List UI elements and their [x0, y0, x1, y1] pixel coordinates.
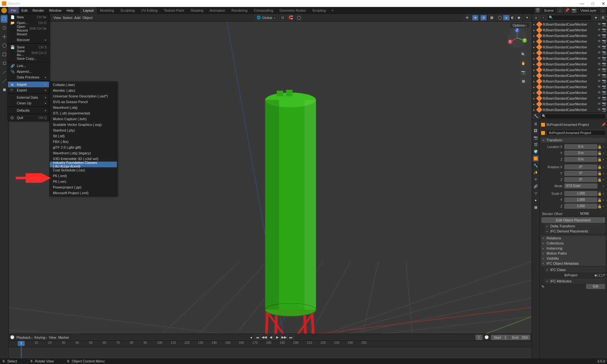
scene-new-button[interactable]: □ [557, 8, 563, 13]
ifc-edit-icon[interactable]: ✎ [541, 285, 544, 289]
scale-z[interactable]: 1.000 [564, 204, 598, 209]
file-menu-item[interactable]: Defaults [8, 108, 49, 113]
file-menu-item[interactable]: Open RecentShift Ctrl O [8, 26, 49, 31]
tab-compositing[interactable]: Compositing [251, 7, 276, 14]
viewlayer-new-button[interactable]: □ [600, 8, 606, 13]
proptab-material[interactable]: ● [533, 197, 539, 203]
end-frame-field[interactable]: End 250 [509, 335, 530, 340]
scale-y[interactable]: 1.000 [564, 197, 598, 202]
scene-name-field[interactable]: Scene [542, 8, 556, 13]
jump-end-button[interactable]: ⏭ [288, 335, 294, 340]
xray-button[interactable]: ▦ [489, 15, 495, 21]
shading-options[interactable]: ▾ [524, 15, 530, 21]
rot-x[interactable]: 0° [564, 164, 598, 170]
ifc-class-btn3[interactable]: ▢ [599, 273, 602, 277]
timeline-view-menu[interactable]: View [49, 336, 56, 339]
timeline-editor-type[interactable]: 🕐 [10, 335, 15, 339]
props-search[interactable]: 🔍 [540, 114, 606, 119]
edit-object-placement-button[interactable]: Edit Object Placement [541, 217, 605, 223]
import-menu-item[interactable]: Collada (.dae) [50, 82, 117, 88]
outliner-row[interactable]: ▸IfcBeamStandardCase/Member👁📷 [532, 96, 607, 101]
tool-move[interactable] [1, 33, 8, 40]
outliner-row[interactable]: ▸IfcBeamStandardCase/Member👁📷 [532, 50, 607, 56]
file-menu-item[interactable]: 📎Append... [8, 69, 49, 74]
file-menu-item[interactable]: Clean Up [8, 100, 49, 106]
outliner-row[interactable]: ▸IfcBeamStandardCase/Member👁📷 [532, 56, 607, 61]
object-menu[interactable]: Object [82, 16, 92, 20]
ifc-class-btn2[interactable]: □ [597, 273, 599, 277]
outliner-new-coll-button[interactable]: ⊞ [600, 15, 606, 21]
file-menu-item[interactable]: External Data [8, 95, 49, 100]
orientation-dropdown[interactable]: 🌐Global [254, 15, 278, 21]
outliner-row[interactable]: ▸IfcBeamStandardCase/Member👁📷 [532, 22, 607, 27]
playhead[interactable]: 1 [18, 341, 25, 346]
proptab-viewlayer[interactable]: 📷 [533, 134, 539, 141]
tab-layout[interactable]: Layout [80, 7, 97, 14]
outliner-row[interactable]: ▸IfcBeamStandardCase/Member👁📷 [532, 90, 607, 96]
tool-addcube[interactable] [1, 86, 8, 94]
file-menu-item[interactable]: Data Previews [8, 74, 49, 80]
import-menu-item[interactable]: Stl (.stl) [50, 133, 117, 139]
proptab-render[interactable]: 🖨 [533, 120, 539, 127]
panel-ifc-class[interactable]: IFC Class [545, 267, 605, 272]
proptab-object[interactable]: 🟧 [533, 155, 539, 162]
import-menu-item[interactable]: Industry Foundation Classes (.ifc/.ifczi… [50, 162, 117, 167]
outliner-search[interactable]: 🔍 [547, 15, 592, 21]
nav-perspective-icon[interactable]: ▦ [520, 77, 527, 85]
import-menu-item[interactable]: Microsoft Project (.xml) [50, 190, 117, 196]
nav-pan-icon[interactable]: ✋ [520, 59, 527, 67]
timeline-keying-menu[interactable]: Keying [35, 336, 47, 339]
scene-browse-button[interactable]: 🎬 [535, 8, 541, 13]
outliner-row[interactable]: ▸IfcBeamStandardCase/Member👁📷 [532, 67, 607, 73]
import-menu-item[interactable]: Wavefront (.obj) [50, 105, 117, 110]
timeline-playback-menu[interactable]: Playback [16, 336, 33, 339]
ifc-class-btn1[interactable]: ◈ [594, 273, 597, 277]
rot-z[interactable]: 0° [564, 177, 598, 182]
blender-icon[interactable] [1, 8, 7, 13]
import-menu-item[interactable]: P6 (.xml) [50, 173, 117, 179]
panel-ifc-derived[interactable]: IFC Derived Placements [545, 229, 605, 234]
add-menu[interactable]: Add [74, 16, 81, 20]
select-menu[interactable]: Select [63, 16, 73, 20]
ifc-class-btn4[interactable]: ↗ [602, 273, 605, 277]
outliner-row[interactable]: ▸IfcBeamStandardCase/Member👁📷 [532, 107, 607, 113]
tool-cursor[interactable] [1, 24, 8, 32]
scale-x[interactable]: 1.000 [564, 191, 598, 196]
import-menu-item[interactable]: Wavefront (.obj) (legacy) [50, 150, 117, 156]
prev-key-button[interactable]: ◀◀ [261, 335, 267, 340]
scene-pin-button[interactable]: 📌 [564, 8, 570, 13]
outliner-row[interactable]: ▸IfcBeamStandardCase/Member👁📷 [532, 73, 607, 78]
file-menu-item[interactable]: ⏻QuitCtrl Q [8, 115, 49, 120]
panel-visibility[interactable]: Visibility [541, 256, 606, 261]
import-menu-item[interactable]: glTF 2.0 (.glb/.gltf) [50, 145, 117, 150]
file-menu-item[interactable]: 📄NewCtrl N [8, 14, 49, 20]
tool-select[interactable] [1, 15, 8, 23]
close-button[interactable]: ✕ [602, 1, 605, 6]
outliner-row[interactable]: ▸IfcBeamStandardCase/Member👁📷 [532, 84, 607, 90]
file-menu-item[interactable]: Save As...Shift Ctrl S [8, 50, 49, 56]
proptab-modifier[interactable]: 🔧 [533, 162, 539, 169]
import-menu-item[interactable]: Universal Scene Description (.usd*) [50, 93, 117, 99]
file-menu-item[interactable]: ⇲Import [8, 82, 49, 87]
shading-rendered[interactable]: ◉ [516, 15, 522, 21]
tab-shading[interactable]: Shading [187, 7, 206, 14]
viewlayer-browse-button[interactable]: 📷 [571, 8, 577, 13]
panel-instancing[interactable]: Instancing [541, 246, 606, 251]
timeline-track[interactable]: 1102030405060708090100110120130140150160… [9, 341, 532, 358]
current-frame-field[interactable]: 1 [475, 335, 483, 340]
panel-collections[interactable]: Collections [541, 241, 606, 246]
outliner-display-mode[interactable] [540, 15, 546, 21]
panel-ifc-metadata[interactable]: IFC Object Metadata [541, 261, 606, 266]
rot-y[interactable]: 0° [564, 171, 598, 176]
nav-zoom-icon[interactable]: 🔍 [520, 51, 527, 58]
import-menu-item[interactable]: Scalable Vector Graphics (.svg) [50, 122, 117, 127]
timeline-marker-menu[interactable]: Marker [58, 336, 69, 339]
shading-wireframe[interactable]: ◯ [497, 15, 503, 21]
rot-mode[interactable]: XYZ Euler [564, 183, 598, 188]
start-frame-field[interactable]: Start 1 [491, 335, 509, 340]
gizmo-button[interactable]: ◈ [472, 15, 478, 21]
frame-lock-icon[interactable]: 🕐 [484, 335, 489, 339]
next-key-button[interactable]: ▶▶ [281, 335, 287, 340]
proptab-data[interactable]: ▽ [533, 190, 539, 196]
import-menu-item[interactable]: Motion Capture (.bvh) [50, 116, 117, 122]
